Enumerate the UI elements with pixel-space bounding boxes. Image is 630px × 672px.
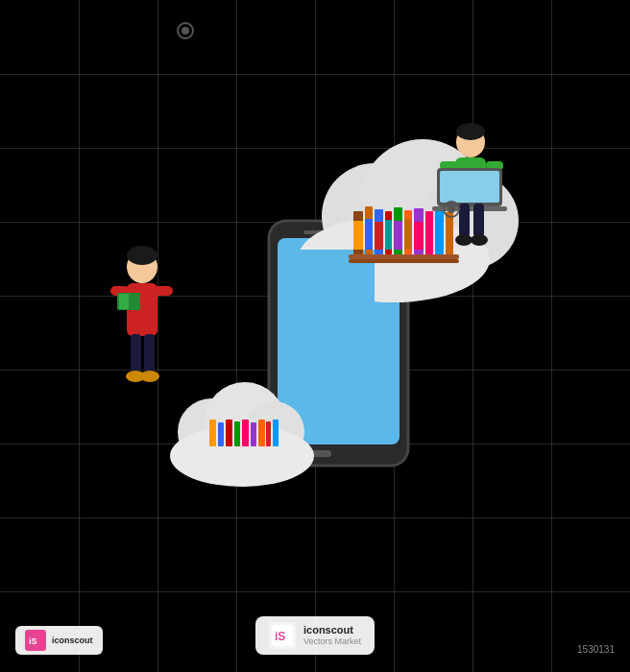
svg-rect-35 bbox=[234, 421, 240, 446]
svg-rect-23 bbox=[385, 220, 392, 250]
svg-rect-27 bbox=[349, 259, 459, 263]
svg-point-62 bbox=[455, 234, 472, 246]
svg-point-42 bbox=[127, 246, 158, 265]
svg-rect-18 bbox=[446, 212, 453, 254]
asset-id: 1530131 bbox=[577, 644, 615, 655]
svg-rect-24 bbox=[394, 221, 402, 250]
svg-rect-37 bbox=[251, 422, 256, 446]
svg-point-53 bbox=[456, 123, 485, 140]
svg-rect-58 bbox=[440, 171, 499, 203]
svg-rect-20 bbox=[353, 221, 363, 250]
svg-text:iS: iS bbox=[29, 636, 37, 646]
svg-text:iS: iS bbox=[275, 630, 285, 643]
badge-left-label: iconscout bbox=[52, 636, 93, 645]
svg-rect-61 bbox=[473, 204, 484, 237]
svg-rect-17 bbox=[435, 209, 444, 254]
badge-left-logo: iS bbox=[25, 630, 46, 651]
svg-rect-22 bbox=[375, 222, 383, 250]
svg-point-65 bbox=[182, 27, 189, 35]
svg-rect-39 bbox=[266, 421, 271, 446]
svg-rect-32 bbox=[209, 420, 216, 446]
svg-rect-38 bbox=[258, 420, 265, 446]
svg-rect-21 bbox=[365, 219, 373, 250]
main-illustration bbox=[0, 0, 630, 672]
svg-rect-19 bbox=[349, 254, 459, 259]
svg-rect-34 bbox=[226, 420, 232, 446]
svg-rect-33 bbox=[218, 422, 224, 446]
svg-rect-36 bbox=[242, 420, 249, 446]
svg-rect-49 bbox=[144, 334, 155, 372]
svg-rect-40 bbox=[273, 420, 279, 446]
svg-point-67 bbox=[448, 205, 455, 213]
watermark-logo: iS bbox=[269, 622, 296, 649]
watermark-text: iconscout Vectors Market bbox=[303, 624, 361, 647]
svg-rect-47 bbox=[119, 294, 129, 309]
svg-rect-60 bbox=[459, 204, 470, 237]
watermark-sub-label: Vectors Market bbox=[303, 636, 361, 647]
svg-rect-16 bbox=[425, 211, 433, 254]
badge-left: iS iconscout bbox=[15, 626, 103, 655]
svg-point-63 bbox=[471, 234, 488, 246]
watermark-brand-label: iconscout bbox=[303, 624, 361, 636]
watermark: iS iconscout Vectors Market bbox=[255, 616, 375, 655]
svg-point-51 bbox=[140, 371, 159, 382]
svg-rect-26 bbox=[414, 222, 424, 250]
svg-rect-48 bbox=[131, 334, 141, 372]
svg-rect-25 bbox=[404, 219, 412, 250]
svg-rect-45 bbox=[154, 286, 173, 296]
